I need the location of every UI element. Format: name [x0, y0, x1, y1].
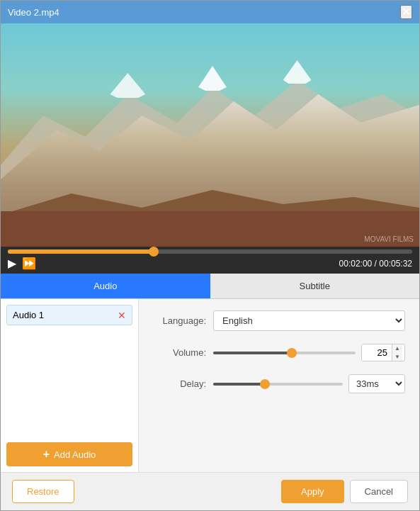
bottom-bar: Restore Apply Cancel: [1, 472, 419, 510]
play-button[interactable]: ▶: [8, 258, 16, 269]
svg-rect-7: [1, 211, 419, 247]
volume-input-wrapper: ▲ ▼: [361, 344, 405, 361]
settings-panel: Language: English French Spanish German …: [139, 299, 419, 472]
audio-list: Audio 1 ✕: [6, 305, 132, 437]
volume-label: Volume:: [153, 347, 206, 358]
window-title: Video 2.mp4: [8, 7, 59, 18]
delay-fill: [213, 383, 265, 386]
delay-label: Delay:: [153, 378, 206, 389]
tab-subtitle[interactable]: Subtitle: [210, 274, 420, 298]
volume-up-button[interactable]: ▲: [392, 344, 402, 353]
volume-slider[interactable]: [213, 346, 356, 360]
forward-button[interactable]: ⏩: [22, 258, 36, 269]
progress-bar[interactable]: [8, 249, 412, 254]
audio-item-label: Audio 1: [13, 310, 44, 320]
progress-thumb[interactable]: [149, 247, 159, 257]
apply-button[interactable]: Apply: [281, 480, 344, 503]
language-row: Language: English French Spanish German …: [153, 310, 405, 331]
delay-control: 0ms 10ms 20ms 33ms 50ms 100ms 200ms: [213, 374, 405, 393]
volume-input[interactable]: [362, 344, 392, 361]
volume-control: ▲ ▼: [213, 344, 405, 361]
main-window: Video 2.mp4 ✕: [0, 0, 420, 511]
volume-fill: [213, 352, 292, 354]
add-icon: +: [43, 448, 50, 461]
progress-area: ▶ ⏩ 00:02:00 / 00:05:32: [1, 247, 419, 274]
add-audio-button[interactable]: + Add Audio: [6, 442, 132, 466]
audio-list-panel: Audio 1 ✕ + Add Audio: [1, 299, 139, 472]
delay-thumb[interactable]: [260, 379, 270, 389]
audio-item[interactable]: Audio 1 ✕: [6, 305, 132, 325]
current-time: 00:02:00: [339, 259, 373, 269]
volume-thumb[interactable]: [287, 348, 297, 358]
title-bar: Video 2.mp4 ✕: [1, 1, 419, 23]
delay-track: [213, 383, 343, 386]
progress-fill: [8, 249, 154, 254]
tabs-container: Audio Subtitle: [1, 274, 419, 299]
delay-slider[interactable]: [213, 377, 343, 391]
language-control: English French Spanish German Chinese Ja…: [213, 310, 405, 331]
close-button[interactable]: ✕: [400, 5, 412, 19]
restore-button[interactable]: Restore: [12, 480, 74, 503]
volume-track: [213, 352, 356, 354]
right-buttons: Apply Cancel: [281, 480, 408, 503]
content-area: Audio 1 ✕ + Add Audio Language: English …: [1, 299, 419, 472]
controls-row: ▶ ⏩ 00:02:00 / 00:05:32: [8, 257, 412, 272]
add-audio-label: Add Audio: [54, 449, 96, 460]
play-controls: ▶ ⏩: [8, 258, 36, 269]
time-display: 00:02:00 / 00:05:32: [339, 259, 412, 269]
video-preview: MOVAVI FILMS: [1, 23, 419, 247]
delay-select[interactable]: 0ms 10ms 20ms 33ms 50ms 100ms 200ms: [348, 374, 405, 393]
video-watermark: MOVAVI FILMS: [364, 235, 414, 243]
volume-down-button[interactable]: ▼: [392, 353, 402, 361]
language-select[interactable]: English French Spanish German Chinese Ja…: [213, 310, 405, 331]
language-label: Language:: [153, 315, 206, 326]
cancel-button[interactable]: Cancel: [350, 480, 408, 503]
delay-row: Delay: 0ms 10ms 20ms 33ms 50ms: [153, 374, 405, 393]
volume-row: Volume: ▲ ▼: [153, 344, 405, 361]
audio-item-remove-button[interactable]: ✕: [118, 310, 126, 320]
tab-audio[interactable]: Audio: [1, 274, 210, 298]
volume-spinners: ▲ ▼: [392, 344, 402, 361]
total-time: 00:05:32: [379, 259, 412, 269]
